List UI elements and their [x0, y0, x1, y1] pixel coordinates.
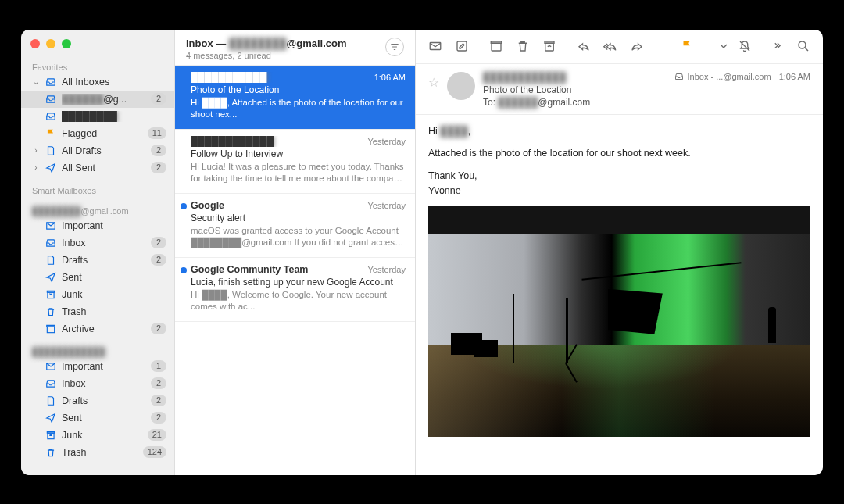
toolbar — [416, 30, 823, 64]
flag-menu-button[interactable] — [717, 34, 730, 58]
count-badge: 21 — [148, 429, 166, 441]
search-button[interactable] — [792, 34, 815, 58]
svg-rect-5 — [492, 43, 501, 51]
mark-read-button[interactable] — [424, 34, 447, 58]
sidebar-item-archive[interactable]: Archive2 — [21, 320, 174, 338]
sidebar-item-label: Important — [62, 361, 146, 372]
chevron-right-icon[interactable]: › — [32, 163, 40, 172]
sidebar-item-sent[interactable]: Sent2 — [21, 409, 174, 427]
minimize-window-button[interactable] — [46, 39, 55, 48]
subject-field: Photo of the Location — [483, 84, 667, 95]
from-field: ████████████ — [483, 72, 667, 83]
attachment-image[interactable] — [428, 206, 810, 437]
reply-all-button[interactable] — [599, 34, 622, 58]
sidebar-item-label: ████████ — [62, 111, 166, 122]
mail-window: Favorites ⌄ All Inboxes ██████@g... 2 ██… — [21, 30, 823, 475]
sidebar-item-label: All Inboxes — [62, 77, 166, 88]
compose-button[interactable] — [450, 34, 474, 58]
message-time: 1:06 AM — [779, 72, 810, 81]
count-badge: 2 — [151, 254, 166, 266]
sidebar-item-label: Trash — [62, 447, 138, 458]
sidebar-item-account-2[interactable]: ████████ — [21, 108, 174, 125]
message-sender: ████████████ — [191, 136, 361, 147]
svg-rect-1 — [47, 327, 54, 333]
junk-button[interactable] — [538, 34, 561, 58]
sidebar-item-junk[interactable]: Junk — [21, 286, 174, 303]
sidebar-item-label: Archive — [62, 323, 146, 334]
message-list[interactable]: ███████████1:06 AMPhoto of the LocationH… — [175, 66, 415, 475]
close-window-button[interactable] — [30, 39, 40, 48]
message-time: Yesterday — [367, 265, 406, 274]
message-item[interactable]: Google Community TeamYesterdayLucia, fin… — [175, 258, 415, 322]
junk-icon — [45, 430, 57, 441]
message-subject: Security alert — [191, 213, 406, 223]
sidebar-item-trash[interactable]: Trash124 — [21, 444, 174, 461]
sidebar-item-trash[interactable]: Trash — [21, 303, 174, 320]
junk-icon — [45, 289, 57, 300]
account-header-2[interactable]: ████████████ — [21, 344, 174, 358]
inbox-icon — [45, 378, 57, 389]
inbox-icon — [45, 111, 57, 122]
sidebar-item-all-sent[interactable]: › All Sent 2 — [21, 159, 174, 177]
trash-icon — [45, 447, 57, 458]
mute-button[interactable] — [733, 34, 756, 58]
sidebar-item-label: All Sent — [62, 163, 146, 173]
sidebar-item-label: Trash — [62, 306, 166, 317]
count-badge: 124 — [143, 446, 166, 458]
sidebar-item-label: ██████@g... — [62, 94, 146, 105]
sidebar-item-inbox[interactable]: Inbox2 — [21, 375, 174, 392]
sidebar-item-all-drafts[interactable]: › All Drafts 2 — [21, 142, 174, 159]
drafts-icon — [45, 395, 57, 406]
reply-button[interactable] — [572, 34, 595, 58]
sidebar-item-inbox[interactable]: Inbox2 — [21, 234, 174, 252]
count-badge: 11 — [148, 127, 166, 139]
unread-count-badge: 2 — [151, 93, 166, 105]
message-list-pane: Inbox — ████████@gmail.com 4 messages, 2… — [175, 30, 416, 475]
svg-point-7 — [799, 41, 806, 48]
sidebar-item-drafts[interactable]: Drafts2 — [21, 252, 174, 269]
chevron-down-icon[interactable]: ⌄ — [32, 77, 40, 86]
sidebar-item-important[interactable]: Important1 — [21, 358, 174, 375]
message-subject: Lucia, finish setting up your new Google… — [191, 277, 406, 288]
message-time: 1:06 AM — [374, 73, 406, 82]
message-item[interactable]: ████████████YesterdayFollow Up to Interv… — [175, 130, 415, 194]
sidebar-item-account-1[interactable]: ██████@g... 2 — [21, 91, 174, 108]
zoom-window-button[interactable] — [62, 39, 71, 48]
count-badge: 2 — [151, 395, 166, 406]
sidebar-item-sent[interactable]: Sent — [21, 269, 174, 286]
inbox-icon — [45, 77, 57, 88]
filter-button[interactable] — [385, 38, 404, 56]
body-line: Attached is the photo of the location fo… — [428, 146, 810, 161]
message-body[interactable]: Hi ████, Attached is the photo of the lo… — [416, 115, 823, 475]
body-greeting: Hi ████, — [428, 124, 810, 139]
smart-mailboxes-label: Smart Mailboxes — [21, 183, 174, 197]
message-item[interactable]: GoogleYesterdaySecurity alertmacOS was g… — [175, 194, 415, 258]
trash-icon — [45, 306, 57, 317]
count-badge: 2 — [151, 162, 166, 173]
sidebar-item-junk[interactable]: Junk21 — [21, 427, 174, 444]
message-preview: Hi ████, Welcome to Google. Your new acc… — [191, 289, 406, 313]
message-list-header: Inbox — ████████@gmail.com 4 messages, 2… — [175, 30, 415, 66]
forward-button[interactable] — [625, 34, 649, 58]
chevron-right-icon[interactable]: › — [32, 146, 40, 155]
sidebar-item-label: Drafts — [62, 255, 146, 266]
sidebar-item-flagged[interactable]: Flagged 11 — [21, 125, 174, 142]
sidebar-item-drafts[interactable]: Drafts2 — [21, 392, 174, 409]
flag-button[interactable] — [660, 30, 714, 70]
star-icon[interactable]: ☆ — [428, 75, 439, 90]
message-time: Yesterday — [367, 137, 406, 146]
body-thanks: Thank You, — [428, 169, 810, 184]
message-item[interactable]: ███████████1:06 AMPhoto of the LocationH… — [175, 66, 415, 130]
inbox-icon — [45, 94, 57, 105]
sidebar-item-label: All Drafts — [62, 145, 146, 156]
delete-button[interactable] — [511, 34, 535, 58]
sidebar-item-important[interactable]: Important — [21, 217, 174, 234]
count-badge: 2 — [151, 145, 166, 156]
sidebar-item-all-inboxes[interactable]: ⌄ All Inboxes — [21, 73, 174, 91]
inbox-title: Inbox — ████████@gmail.com — [186, 38, 385, 49]
more-button[interactable] — [765, 34, 789, 58]
archive-button[interactable] — [485, 34, 508, 58]
document-icon — [45, 145, 57, 156]
account-header-1[interactable]: ████████@gmail.com — [21, 203, 174, 217]
favorites-label: Favorites — [21, 59, 174, 73]
